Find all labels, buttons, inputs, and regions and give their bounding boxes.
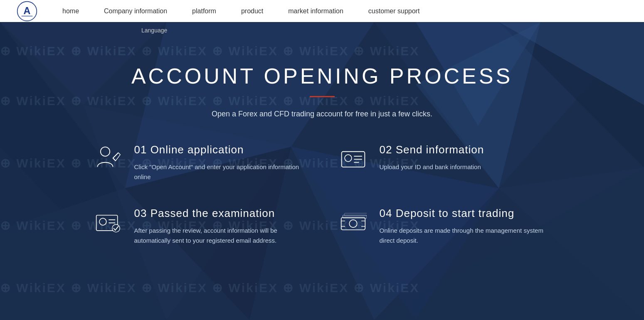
step-2-desc: Upload your ID and bank information: [380, 162, 484, 172]
title-divider: [310, 96, 335, 97]
svg-rect-38: [341, 217, 365, 230]
page-subtitle: Open a Forex and CFD trading account for…: [212, 110, 432, 118]
step-3-icon-wrap: [94, 207, 123, 236]
nav-home[interactable]: home: [62, 7, 79, 15]
steps-grid: 01 Online application Click "Open Accoun…: [94, 143, 551, 246]
step-1: 01 Online application Click "Open Accoun…: [94, 143, 306, 182]
hero-section: ⊕ WikiEX ⊕ WikiEX ⊕ WikiEX ⊕ WikiEX ⊕ Wi…: [0, 22, 644, 320]
step-4-content: 04 Deposit to start trading Online depos…: [380, 207, 551, 246]
step-2-icon-wrap: [339, 143, 368, 172]
step-3-content: 03 Passed the examination After passing …: [134, 207, 306, 246]
person-edit-icon: [94, 145, 121, 172]
id-card-icon: [340, 145, 367, 172]
nav-product[interactable]: product: [241, 7, 263, 15]
svg-point-29: [345, 155, 352, 162]
language-button[interactable]: Language: [141, 27, 167, 34]
step-1-content: 01 Online application Click "Open Accoun…: [134, 143, 306, 182]
svg-point-39: [349, 219, 357, 227]
nav-platform[interactable]: platform: [192, 7, 216, 15]
step-2-title: 02 Send information: [380, 143, 484, 156]
step-3-title: 03 Passed the examination: [134, 207, 306, 220]
step-4: 04 Deposit to start trading Online depos…: [339, 207, 551, 246]
money-deposit-icon: [340, 208, 367, 235]
nav-customer-support[interactable]: customer support: [368, 7, 420, 15]
step-3-desc: After passing the review, account inform…: [134, 226, 306, 246]
step-4-icon-wrap: [339, 207, 368, 236]
svg-text:⊕ WikiEX    ⊕ WikiEX    ⊕ Wiki: ⊕ WikiEX ⊕ WikiEX ⊕ WikiEX ⊕ WikiEX ⊕ Wi…: [0, 44, 419, 58]
main-nav: home Company information platform produc…: [62, 7, 627, 15]
svg-text:⊕ WikiEX    ⊕ WikiEX    ⊕ Wiki: ⊕ WikiEX ⊕ WikiEX ⊕ WikiEX ⊕ WikiEX ⊕ Wi…: [0, 281, 419, 295]
svg-point-25: [101, 147, 110, 156]
svg-rect-45: [344, 213, 367, 216]
svg-text:⊕ WikiEX    ⊕ WikiEX    ⊕ Wiki: ⊕ WikiEX ⊕ WikiEX ⊕ WikiEX ⊕ WikiEX ⊕ Wi…: [0, 94, 419, 108]
svg-point-34: [99, 218, 106, 225]
svg-marker-18: [499, 22, 644, 105]
step-4-title: 04 Deposit to start trading: [380, 207, 551, 220]
step-4-desc: Online deposits are made through the man…: [380, 226, 551, 246]
header: A home Company information platform prod…: [0, 0, 644, 22]
step-2-content: 02 Send information Upload your ID and b…: [380, 143, 484, 172]
nav-company-information[interactable]: Company information: [104, 7, 167, 15]
step-2: 02 Send information Upload your ID and b…: [339, 143, 551, 182]
person-verified-icon: [94, 208, 121, 235]
page-title: ACCOUNT OPENING PROCESS: [131, 64, 513, 89]
logo[interactable]: A: [17, 1, 37, 22]
step-1-icon-wrap: [94, 143, 123, 172]
svg-text:A: A: [24, 5, 31, 16]
logo-icon: A: [17, 1, 37, 22]
nav-market-information[interactable]: market information: [288, 7, 343, 15]
step-1-title: 01 Online application: [134, 143, 306, 156]
step-3: 03 Passed the examination After passing …: [94, 207, 306, 246]
step-1-desc: Click "Open Account" and enter your appl…: [134, 162, 306, 182]
